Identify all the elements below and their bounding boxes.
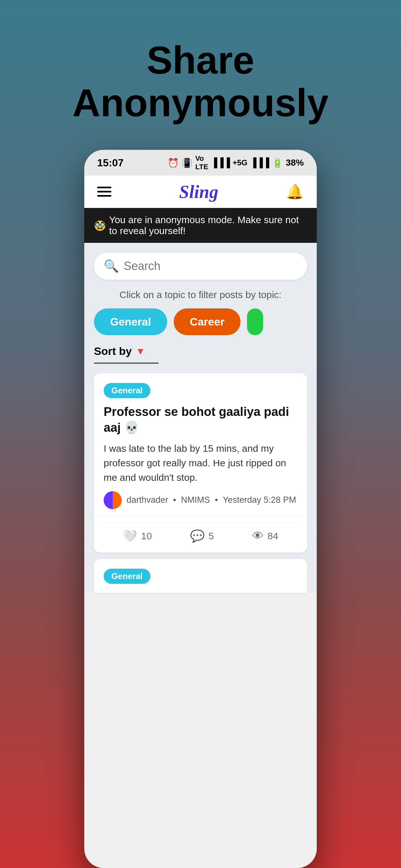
notification-bell-icon[interactable]: 🔔 — [286, 183, 304, 200]
app-bar: Sling 🔔 — [84, 176, 317, 208]
comment-action[interactable]: 💬 5 — [190, 529, 214, 543]
post-tag-2[interactable]: General — [104, 569, 150, 584]
post-actions: 🤍 10 💬 5 👁 84 — [104, 523, 297, 543]
post-time: Yesterday 5:28 PM — [223, 495, 296, 505]
sort-label: Sort by — [94, 345, 132, 358]
status-bar: 15:07 ⏰ 📳 VoLTE ▐▐▐ +5G ▐▐▐ 🔋 38% — [84, 150, 317, 176]
app-logo: Sling — [179, 182, 218, 202]
signal-icon: ▐▐▐ — [211, 158, 230, 168]
like-count: 10 — [141, 531, 152, 541]
phone-frame: 15:07 ⏰ 📳 VoLTE ▐▐▐ +5G ▐▐▐ 🔋 38% Sling … — [84, 150, 317, 868]
post-title: Professor se bohot gaaliya padi aaj 💀 — [104, 404, 297, 436]
eye-icon: 👁 — [252, 529, 264, 543]
comment-icon: 💬 — [190, 529, 205, 543]
anon-text: You are in anonymous mode. Make sure not… — [109, 214, 307, 237]
post-meta: darthvader • NMIMS • Yesterday 5:28 PM — [104, 491, 297, 509]
view-count: 84 — [268, 531, 278, 541]
comment-count: 5 — [209, 531, 214, 541]
filter-hint: Click on a topic to filter posts by topi… — [94, 289, 307, 300]
hero-line1: Share — [147, 38, 254, 82]
search-input[interactable] — [124, 259, 297, 273]
signal2-icon: ▐▐▐ — [250, 158, 269, 168]
post-card-2: General — [94, 559, 307, 593]
status-time: 15:07 — [97, 157, 124, 169]
hero-line2: Anonymously — [72, 81, 328, 124]
volte-icon: VoLTE — [195, 154, 208, 171]
topic-partial-button[interactable] — [247, 308, 263, 335]
like-action[interactable]: 🤍 10 — [123, 529, 152, 543]
meta-dot2: • — [215, 495, 218, 505]
anonymous-banner: 🥸 You are in anonymous mode. Make sure n… — [84, 208, 317, 243]
status-icons: ⏰ 📳 VoLTE ▐▐▐ +5G ▐▐▐ 🔋 38% — [167, 154, 304, 171]
search-icon: 🔍 — [104, 259, 119, 273]
alarm-icon: ⏰ — [167, 158, 179, 168]
avatar — [104, 491, 122, 509]
hamburger-line2 — [97, 191, 112, 192]
post-card: General Professor se bohot gaaliya padi … — [94, 373, 307, 553]
post-college: NMIMS — [181, 495, 210, 505]
meta-dot1: • — [173, 495, 176, 505]
anon-emoji: 🥸 — [94, 220, 106, 231]
hamburger-line3 — [97, 195, 112, 197]
battery-pct: 38% — [286, 158, 304, 168]
post-body: I was late to the lab by 15 mins, and my… — [104, 441, 297, 485]
main-content: 🔍 Click on a topic to filter posts by to… — [84, 243, 317, 593]
heart-icon: 🤍 — [123, 529, 137, 543]
hamburger-line1 — [97, 187, 112, 188]
5g-icon: +5G — [233, 158, 247, 167]
view-action: 👁 84 — [252, 529, 278, 543]
battery-icon: 🔋 — [272, 158, 283, 168]
hamburger-menu[interactable] — [97, 187, 112, 197]
search-bar[interactable]: 🔍 — [94, 252, 307, 280]
topic-career-button[interactable]: Career — [174, 308, 241, 335]
sort-bar[interactable]: Sort by ▼ — [94, 345, 158, 364]
post-author[interactable]: darthvader — [127, 495, 168, 505]
topic-general-button[interactable]: General — [94, 308, 167, 335]
vibrate-icon: 📳 — [181, 158, 193, 168]
post-tag[interactable]: General — [104, 383, 150, 398]
hero-text: Share Anonymously — [53, 39, 348, 124]
topic-filters: General Career — [94, 308, 307, 335]
sort-arrow-icon: ▼ — [135, 346, 145, 357]
